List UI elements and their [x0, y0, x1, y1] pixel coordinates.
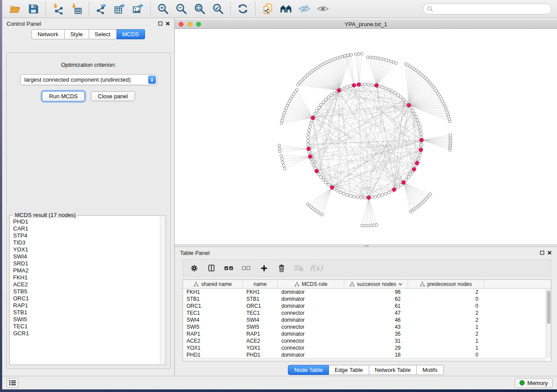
table-settings-button[interactable]: [188, 262, 200, 274]
network-node[interactable]: [370, 83, 374, 86]
network-leaf-node[interactable]: [357, 52, 360, 55]
mcds-hub-node[interactable]: [337, 89, 341, 93]
network-leaf-node[interactable]: [280, 158, 283, 160]
table-cell[interactable]: 2: [408, 289, 484, 296]
table-cell[interactable]: 62: [344, 296, 408, 303]
table-cell[interactable]: connector: [278, 344, 344, 351]
tab-network[interactable]: Network: [31, 29, 65, 39]
first-neighbors-button[interactable]: [280, 2, 293, 15]
network-node[interactable]: [411, 109, 414, 112]
network-leaf-node[interactable]: [344, 55, 346, 57]
table-row[interactable]: ACE2ACE2connector311: [183, 337, 551, 344]
table-cell[interactable]: 43: [344, 323, 408, 330]
table-cell[interactable]: 2: [408, 309, 484, 316]
network-node[interactable]: [391, 90, 394, 93]
network-leaf-node[interactable]: [347, 54, 349, 57]
mcds-result-item[interactable]: YOX1: [10, 246, 159, 253]
table-row[interactable]: ORC1ORC1dominator610: [183, 303, 551, 309]
network-node[interactable]: [322, 101, 325, 104]
table-cell[interactable]: PHD1: [243, 351, 278, 358]
network-leaf-node[interactable]: [374, 56, 377, 59]
network-node[interactable]: [308, 125, 311, 128]
network-node[interactable]: [417, 157, 420, 160]
table-cell[interactable]: dominator: [278, 303, 344, 309]
mcds-result-item[interactable]: TID3: [10, 239, 159, 246]
network-node[interactable]: [314, 112, 317, 115]
mcds-hub-node[interactable]: [315, 169, 319, 173]
network-node[interactable]: [309, 122, 312, 125]
table-row[interactable]: SWI4SWI4dominator462: [183, 316, 551, 323]
mcds-hub-node[interactable]: [330, 186, 334, 189]
network-node[interactable]: [363, 83, 367, 86]
table-cell[interactable]: dominator: [278, 351, 344, 358]
network-leaf-node[interactable]: [280, 122, 283, 124]
network-node[interactable]: [387, 88, 391, 91]
network-node[interactable]: [397, 93, 400, 96]
network-node[interactable]: [339, 191, 342, 194]
scrollbar-thumb[interactable]: [547, 291, 550, 324]
mcds-hub-node[interactable]: [412, 168, 416, 172]
network-node[interactable]: [349, 195, 352, 198]
network-leaf-node[interactable]: [278, 144, 280, 147]
network-node[interactable]: [397, 186, 400, 189]
network-node[interactable]: [307, 140, 310, 143]
search-input[interactable]: [423, 3, 552, 14]
network-node[interactable]: [363, 196, 367, 199]
network-node[interactable]: [343, 193, 346, 196]
mcds-result-item[interactable]: RAP1: [10, 302, 159, 309]
network-node[interactable]: [360, 196, 363, 199]
table-cell[interactable]: SWI5: [183, 323, 243, 330]
mcds-hub-node[interactable]: [401, 181, 405, 185]
delete-table-button[interactable]: [293, 262, 304, 274]
network-leaf-node[interactable]: [282, 164, 285, 167]
network-node[interactable]: [325, 181, 328, 184]
function-builder-button[interactable]: f(x): [311, 262, 322, 274]
mcds-result-item[interactable]: STB1: [10, 309, 159, 316]
table-cell[interactable]: dominator: [278, 330, 344, 337]
import-table-button[interactable]: [70, 2, 83, 15]
network-leaf-node[interactable]: [354, 53, 357, 55]
table-cell[interactable]: FKH1: [243, 289, 278, 296]
float-table-panel-icon[interactable]: [540, 251, 544, 255]
column-header-MCDS-role[interactable]: MCDS role: [278, 280, 344, 288]
network-node[interactable]: [336, 189, 339, 193]
table-cell[interactable]: 2: [408, 330, 484, 337]
network-node[interactable]: [311, 161, 314, 164]
network-leaf-node[interactable]: [387, 59, 390, 62]
mcds-result-item[interactable]: SWI4: [10, 253, 159, 260]
network-leaf-node[interactable]: [372, 56, 374, 59]
network-node[interactable]: [400, 96, 403, 99]
table-row[interactable]: PHD1PHD1dominator180: [183, 351, 551, 358]
mcds-hub-node[interactable]: [367, 196, 371, 199]
table-row[interactable]: TEC1TEC1connector472: [183, 309, 551, 316]
network-node[interactable]: [407, 176, 410, 179]
close-table-panel-icon[interactable]: [547, 251, 552, 255]
mcds-result-item[interactable]: TEC1: [10, 323, 159, 330]
network-leaf-node[interactable]: [429, 193, 432, 195]
delete-column-button[interactable]: [276, 262, 287, 274]
mcds-result-item[interactable]: ACE2: [10, 281, 159, 288]
network-node[interactable]: [315, 109, 318, 112]
tab-motifs[interactable]: Motifs: [417, 365, 444, 375]
network-node[interactable]: [317, 173, 320, 176]
network-leaf-node[interactable]: [382, 58, 385, 61]
mcds-result-item[interactable]: FKH1: [10, 274, 159, 281]
network-node[interactable]: [319, 103, 322, 107]
tab-network-table[interactable]: Network Table: [369, 365, 417, 375]
select-all-columns-button[interactable]: [223, 262, 235, 274]
table-cell[interactable]: TEC1: [243, 309, 278, 316]
network-node[interactable]: [312, 164, 315, 167]
float-panel-icon[interactable]: [158, 21, 163, 26]
mcds-hub-node[interactable]: [357, 83, 361, 86]
tab-select[interactable]: Select: [89, 29, 117, 39]
mcds-result-item[interactable]: SWI5: [10, 316, 159, 323]
network-node[interactable]: [307, 143, 310, 146]
network-node[interactable]: [346, 193, 349, 196]
mcds-result-item[interactable]: GCR1: [10, 330, 159, 337]
network-node[interactable]: [416, 119, 419, 122]
table-horizontal-scrollbar[interactable]: [183, 358, 546, 361]
network-node[interactable]: [419, 129, 422, 132]
table-cell[interactable]: TEC1: [183, 309, 243, 316]
import-network-button[interactable]: [52, 2, 65, 15]
export-image-button[interactable]: [131, 2, 145, 15]
